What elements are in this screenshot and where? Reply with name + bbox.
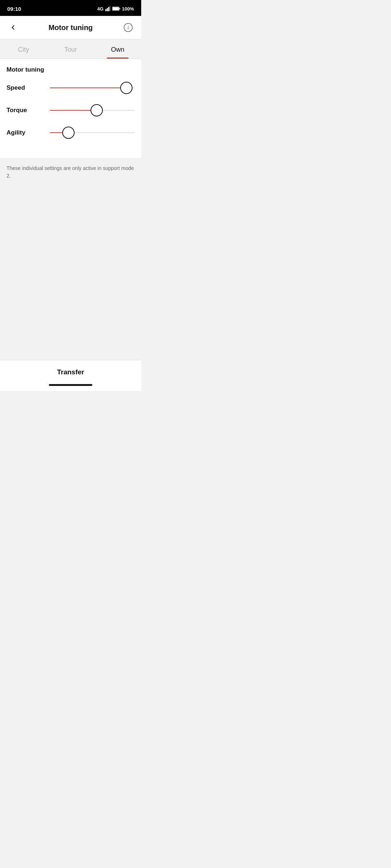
agility-slider[interactable] <box>50 125 135 140</box>
agility-slider-row: Agility <box>7 125 135 140</box>
svg-rect-6 <box>119 8 120 9</box>
torque-fill <box>50 110 97 111</box>
transfer-label: Transfer <box>57 368 84 376</box>
note-section: These individual settings are only activ… <box>0 158 141 186</box>
torque-thumb[interactable] <box>91 104 103 116</box>
speed-label: Speed <box>7 84 50 92</box>
speed-slider[interactable] <box>50 81 135 95</box>
section-title: Motor tuning <box>7 66 135 73</box>
speed-fill <box>50 88 126 88</box>
status-time: 09:10 <box>7 6 21 12</box>
torque-label: Torque <box>7 107 50 114</box>
torque-slider[interactable] <box>50 103 135 118</box>
status-icons: 4G 100% <box>97 6 134 12</box>
svg-rect-3 <box>110 6 110 11</box>
home-indicator <box>0 381 141 391</box>
tabs-container: City Tour Own <box>0 39 141 59</box>
info-icon: i <box>123 23 133 32</box>
svg-rect-2 <box>108 7 109 11</box>
back-button[interactable] <box>7 21 20 34</box>
svg-rect-0 <box>105 9 106 11</box>
signal-icon <box>105 6 110 11</box>
info-button[interactable]: i <box>122 21 135 34</box>
agility-thumb[interactable] <box>62 127 75 139</box>
note-text: These individual settings are only activ… <box>7 165 134 179</box>
motor-tuning-section: Motor tuning Speed Torque Agility <box>0 59 141 158</box>
bottom-area <box>0 186 141 360</box>
battery-level: 100% <box>122 6 134 12</box>
svg-rect-1 <box>107 8 108 11</box>
transfer-bar[interactable]: Transfer <box>0 360 141 381</box>
network-indicator: 4G <box>97 6 103 12</box>
header: Motor tuning i <box>0 16 141 39</box>
tab-city[interactable]: City <box>0 39 47 59</box>
svg-rect-5 <box>113 7 119 10</box>
status-bar: 09:10 4G 100% <box>0 0 141 16</box>
speed-slider-row: Speed <box>7 81 135 95</box>
battery-icon <box>112 7 120 11</box>
back-arrow-icon <box>9 24 17 31</box>
agility-label: Agility <box>7 129 50 136</box>
torque-slider-row: Torque <box>7 103 135 118</box>
home-bar <box>49 384 92 386</box>
speed-thumb[interactable] <box>120 82 133 94</box>
tab-own[interactable]: Own <box>94 39 141 59</box>
tab-tour[interactable]: Tour <box>47 39 94 59</box>
svg-text:i: i <box>127 25 129 30</box>
header-title: Motor tuning <box>49 24 93 32</box>
